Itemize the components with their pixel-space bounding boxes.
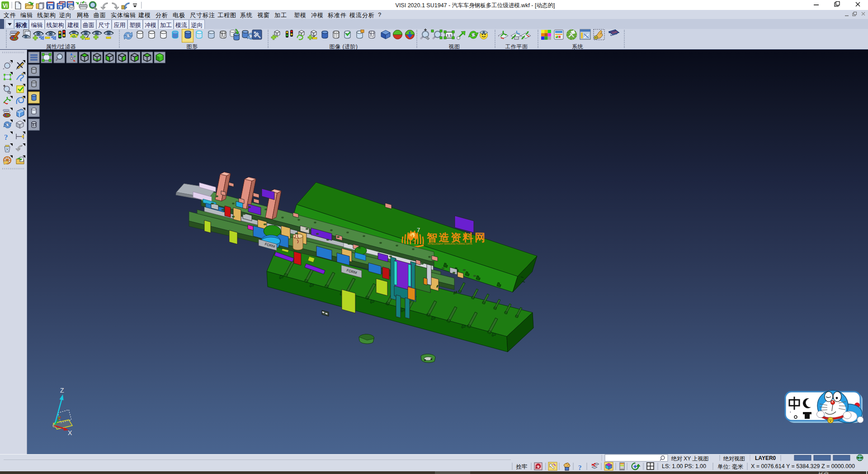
- svg-text:智造资料网: 智造资料网: [426, 232, 487, 243]
- svg-text:7: 7: [417, 227, 420, 233]
- svg-text:?: ?: [4, 133, 8, 142]
- svg-text:’: ’: [790, 411, 791, 416]
- svg-text:?: ?: [578, 464, 582, 471]
- svg-text:X: X: [68, 429, 72, 436]
- svg-text:1:1: 1:1: [447, 33, 452, 38]
- svg-text:Z: Z: [60, 387, 64, 394]
- svg-text:INTELLIGENT MANUFACTURING DATA: INTELLIGENT MANUFACTURING DATA: [428, 242, 472, 245]
